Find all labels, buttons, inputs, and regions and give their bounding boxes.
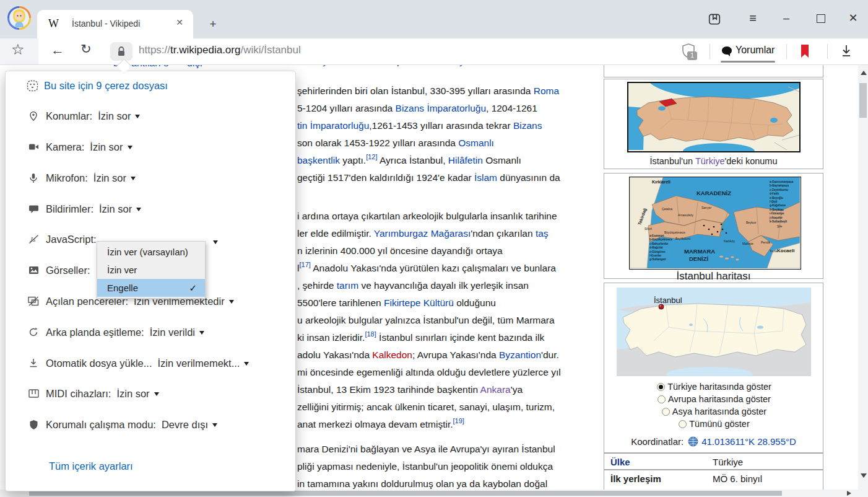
wiki-link[interactable]: Bizans <box>513 120 542 131</box>
radio-icon[interactable] <box>658 395 666 403</box>
radio-icon[interactable] <box>679 420 687 428</box>
cookies-link[interactable]: Bu site için 9 çerez dosyası <box>44 80 168 92</box>
wiki-link[interactable]: Fikirtepe Kültürü <box>384 297 454 308</box>
article-line: adolu Yakası'nda Kalkedon; Avrupa Yakası… <box>297 346 559 364</box>
back-icon[interactable]: ← <box>51 42 64 58</box>
wiki-link[interactable]: Yarımburgaz Mağarası <box>374 228 471 239</box>
new-tab-button[interactable]: + <box>205 16 221 32</box>
bookmark-icon[interactable] <box>799 43 811 59</box>
map-option-row[interactable]: Türkiye haritasında göster <box>604 380 824 393</box>
permission-row[interactable]: MIDI cihazları:İzin sor <box>27 385 159 402</box>
wiki-link[interactable]: Osmanlı <box>458 138 494 148</box>
notification-icon[interactable] <box>703 10 726 29</box>
infobox-row-value[interactable]: Türkiye <box>713 457 743 467</box>
browser-tab[interactable]: W İstanbul - Vikipedi ✕ <box>37 10 193 38</box>
permission-row[interactable]: JsJavaScript: <box>27 231 102 247</box>
wiki-link[interactable]: Roma <box>534 86 559 96</box>
wiki-link-visited[interactable]: Ankara <box>480 384 511 395</box>
dropdown-caret-icon[interactable] <box>131 177 136 183</box>
permission-row[interactable]: Bildirimler:İzin sor <box>27 201 141 217</box>
dropdown-caret-icon[interactable] <box>154 392 159 398</box>
coordinates-link[interactable]: 41.013611°K 28.955°D <box>701 436 796 447</box>
map-option-row[interactable]: Avrupa haritasında göster <box>604 393 824 405</box>
menu-item[interactable]: İzin ver <box>97 261 205 279</box>
article-line: i ardına ortaya çıkartılan arkeolojik bu… <box>297 208 557 225</box>
cookies-row[interactable]: Bu site için 9 çerez dosyası <box>27 77 168 94</box>
permission-row[interactable]: Arka planda eşitleme:İzin verildi <box>27 324 204 340</box>
article-text: in tamamına yakını doldurulmuş olan ya d… <box>297 478 547 489</box>
profile-avatar[interactable] <box>7 6 31 30</box>
map-option-row[interactable]: Tümünü göster <box>604 418 824 430</box>
turkey-pushpin-map[interactable]: İstanbul <box>617 288 811 376</box>
wiki-link[interactable]: İslam <box>474 172 497 183</box>
permission-value[interactable]: İzin sor <box>99 203 132 215</box>
permission-value[interactable]: İzin sor <box>93 172 126 184</box>
menu-item[interactable]: Engelle✓ <box>97 279 205 297</box>
permission-value[interactable]: İzin sor <box>98 110 131 122</box>
wiki-link[interactable]: Byzantion <box>499 350 541 360</box>
scroll-right-icon[interactable] <box>847 491 851 496</box>
permission-value[interactable]: İzin verildi <box>150 327 195 338</box>
wiki-link[interactable]: Hilâfetin <box>448 155 483 165</box>
permission-value[interactable]: İzin sor <box>116 388 149 400</box>
permission-row[interactable]: Mikrofon:İzin sor <box>27 170 136 186</box>
map-label: c-Bahçelievler <box>649 242 669 245</box>
favorites-star-icon[interactable]: ☆ <box>11 41 25 58</box>
horizontal-scrollbar-thumb[interactable] <box>29 491 782 496</box>
radio-icon[interactable] <box>662 408 670 416</box>
wiki-link[interactable]: Bizans İmparatorluğu <box>396 103 486 113</box>
menu-icon[interactable]: ≡ <box>742 9 764 27</box>
refresh-icon[interactable]: ↻ <box>80 42 92 56</box>
download-icon[interactable] <box>840 43 853 59</box>
article-text: mi öncesinde egemenliği altında olduğu d… <box>297 367 561 377</box>
permission-row[interactable]: Konumlar:İzin sor <box>27 108 140 124</box>
dropdown-caret-icon[interactable] <box>136 208 141 214</box>
scroll-down-icon[interactable] <box>861 473 867 478</box>
wiki-redlink[interactable]: Kalkedon <box>372 350 412 360</box>
tracking-prevention-shield-icon[interactable]: 1 <box>681 43 702 61</box>
reference-link[interactable]: [17] <box>299 261 310 268</box>
javascript-dropdown-caret[interactable] <box>213 240 218 247</box>
wiki-link[interactable]: taş <box>536 228 549 239</box>
reference-link[interactable]: [19] <box>453 417 464 424</box>
reference-link[interactable]: [18] <box>365 330 376 338</box>
permission-value[interactable]: Devre dışı <box>162 419 208 431</box>
permission-label: Bildirimler: <box>46 203 93 215</box>
permission-value[interactable]: İzin sor <box>90 141 123 153</box>
menu-item[interactable]: İzin ver (varsayılan) <box>97 243 205 261</box>
scroll-up-icon[interactable] <box>861 71 867 75</box>
radio-selected-icon[interactable] <box>657 383 665 391</box>
permission-row[interactable]: Kamera:İzin sor <box>27 139 132 155</box>
permission-row[interactable]: Görseller: <box>27 262 96 278</box>
istanbul-districts-map[interactable]: KARADENİZMARMARADENİZİKırklareliTekirdağ… <box>629 177 801 270</box>
map-label: Silivri <box>644 227 652 231</box>
map-option-row[interactable]: Asya haritasında göster <box>604 405 824 418</box>
dropdown-caret-icon[interactable] <box>199 331 204 337</box>
site-permissions-lock-icon[interactable] <box>110 42 132 61</box>
maximize-icon[interactable] <box>810 9 832 27</box>
dropdown-caret-icon[interactable] <box>244 362 249 368</box>
tab-close-icon[interactable]: ✕ <box>173 17 186 27</box>
turkey-locator-map[interactable] <box>627 82 801 152</box>
dropdown-caret-icon[interactable] <box>229 300 234 306</box>
dropdown-caret-icon[interactable] <box>212 423 217 429</box>
vertical-scrollbar[interactable] <box>858 64 868 497</box>
minimize-icon[interactable]: – <box>775 9 797 27</box>
dropdown-caret-icon[interactable] <box>135 115 140 121</box>
wiki-link[interactable]: tin İmparatorluğu <box>297 120 369 131</box>
clipped-link-fragment[interactable]: dışı <box>187 64 202 71</box>
dropdown-caret-icon[interactable] <box>128 146 132 152</box>
wiki-link[interactable]: başkentlik <box>297 155 340 165</box>
wiki-link-visited[interactable]: Türkiye <box>695 156 725 166</box>
map-label: Kocaeli <box>777 248 794 253</box>
article-text: , şehirde <box>297 280 337 291</box>
permission-row[interactable]: Otomatik dosya yükle...İzin verilmemekt.… <box>27 355 249 371</box>
reference-link[interactable]: [12] <box>366 153 377 161</box>
close-icon[interactable]: ✕ <box>842 9 864 27</box>
all-content-settings-link[interactable]: Tüm içerik ayarları <box>49 460 133 472</box>
permission-value[interactable]: İzin verilmemekt... <box>158 358 240 369</box>
address-bar[interactable]: https://tr.wikipedia.org/wiki/İstanbul <box>139 44 301 56</box>
vertical-scrollbar-thumb[interactable] <box>859 83 867 118</box>
wiki-link[interactable]: tarım <box>337 280 358 291</box>
permission-row[interactable]: Korumalı çalışma modu:Devre dışı <box>27 416 217 433</box>
